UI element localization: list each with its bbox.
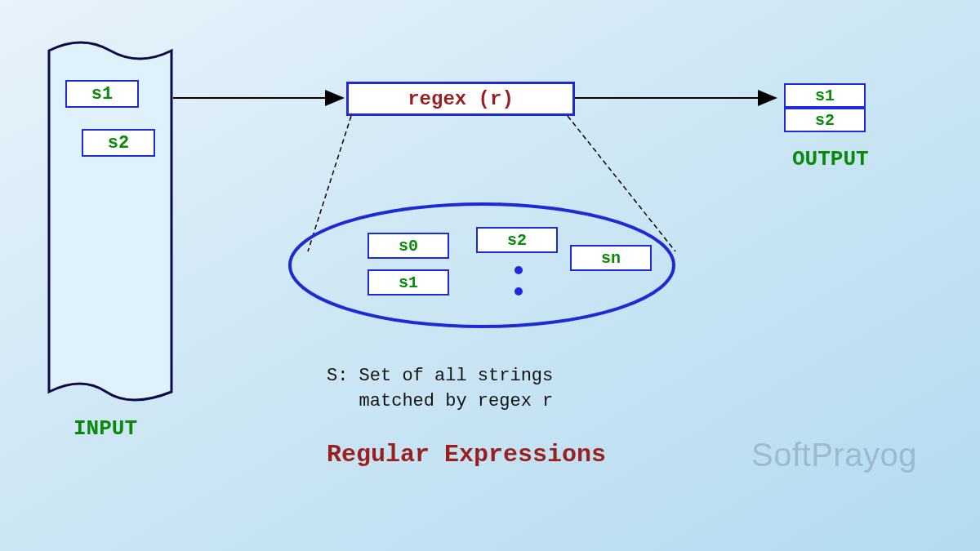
set-item-label: s0 <box>399 237 418 256</box>
input-item-label: s1 <box>91 84 113 104</box>
set-item-s1: s1 <box>368 269 449 295</box>
input-item-s1: s1 <box>65 80 139 108</box>
set-item-label: s1 <box>399 273 418 292</box>
set-caption-line1: S: Set of all strings <box>327 366 553 386</box>
set-item-s0: s0 <box>368 233 449 259</box>
output-item-s2: s2 <box>784 108 866 132</box>
set-item-label: s2 <box>507 231 527 250</box>
ellipsis-dot <box>514 287 523 295</box>
set-item-s2: s2 <box>476 227 558 253</box>
regex-label: regex (r) <box>408 88 514 110</box>
output-item-label: s2 <box>815 111 835 130</box>
output-label: OUTPUT <box>792 147 869 171</box>
output-item-label: s1 <box>815 87 835 105</box>
regex-box: regex (r) <box>346 82 575 116</box>
set-item-label: sn <box>601 249 621 268</box>
output-item-s1: s1 <box>784 83 866 108</box>
set-caption-line2: matched by regex r <box>327 391 553 411</box>
diagram-canvas: s1 s2 INPUT regex (r) s1 s2 OUTPUT s0 s1… <box>0 0 980 551</box>
ellipsis-dot <box>514 266 523 274</box>
set-item-sn: sn <box>570 245 652 271</box>
dashed-right <box>568 116 675 251</box>
input-label: INPUT <box>74 416 137 441</box>
set-caption: S: Set of all strings matched by regex r <box>327 339 553 414</box>
dashed-left <box>308 116 351 251</box>
diagram-title: Regular Expressions <box>327 441 606 469</box>
input-item-label: s2 <box>108 133 129 153</box>
watermark: SoftPrayog <box>751 437 917 473</box>
input-item-s2: s2 <box>82 129 155 157</box>
